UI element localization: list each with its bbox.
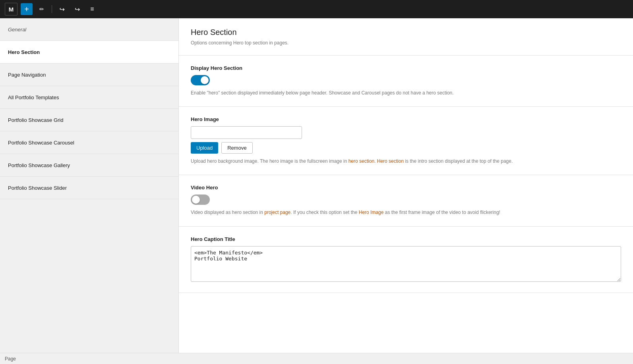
remove-button[interactable]: Remove — [221, 142, 252, 154]
sidebar-item-portfolio-showcase-carousel[interactable]: Portfolio Showcase Carousel — [0, 131, 178, 154]
sidebar-item-all-portfolio-templates[interactable]: All Portfolio Templates — [0, 86, 178, 109]
video-hero-field: Video Hero Video displayed as hero secti… — [179, 175, 633, 226]
display-hero-label: Display Hero Section — [191, 65, 621, 71]
app-layout: General Hero Section Page Navigation All… — [0, 18, 633, 353]
video-hero-toggle[interactable] — [191, 195, 210, 205]
section-header: Hero Section Options concerning Hero top… — [179, 18, 633, 56]
sidebar-item-general-label: General — [8, 27, 26, 33]
display-hero-toggle[interactable] — [191, 75, 210, 85]
sidebar-item-portfolio-showcase-grid[interactable]: Portfolio Showcase Grid — [0, 109, 178, 131]
video-hero-label: Video Hero — [191, 185, 621, 191]
sidebar-item-all-portfolio-templates-label: All Portfolio Templates — [8, 94, 59, 100]
sidebar-item-page-navigation[interactable]: Page Navigation — [0, 64, 178, 86]
display-hero-description: Enable "hero" section displayed immediat… — [191, 89, 621, 97]
hero-caption-label: Hero Caption Title — [191, 236, 621, 242]
video-hero-description: Video displayed as hero section in proje… — [191, 209, 621, 216]
menu-button[interactable]: ≡ — [86, 3, 98, 15]
hero-image-description: Upload hero background image. The hero i… — [191, 158, 621, 165]
hero-caption-field: Hero Caption Title <em>The Manifesto</em… — [179, 227, 633, 293]
upload-button[interactable]: Upload — [191, 142, 218, 154]
video-hero-slider — [191, 195, 210, 205]
edit-button[interactable]: ✏ — [36, 3, 48, 15]
sidebar-item-general[interactable]: General — [0, 18, 178, 41]
hero-image-btn-row: Upload Remove — [191, 142, 621, 154]
status-bar: Page — [0, 353, 633, 364]
sidebar-item-portfolio-showcase-slider-label: Portfolio Showcase Slider — [8, 185, 67, 191]
toggle-slider-on — [191, 75, 210, 85]
display-hero-field: Display Hero Section Enable "hero" secti… — [179, 56, 633, 107]
sidebar-item-hero-section-label: Hero Section — [8, 49, 40, 55]
sidebar-item-portfolio-showcase-gallery[interactable]: Portfolio Showcase Gallery — [0, 154, 178, 177]
redo-button[interactable]: ↪ — [71, 3, 83, 15]
sidebar-item-portfolio-showcase-gallery-label: Portfolio Showcase Gallery — [8, 162, 70, 168]
video-hero-knob — [192, 196, 200, 204]
page-title: Hero Section — [191, 28, 621, 37]
logo: M — [5, 3, 17, 15]
hero-image-field: Hero Image Upload Remove Upload hero bac… — [179, 107, 633, 175]
sidebar-item-hero-section[interactable]: Hero Section — [0, 41, 178, 64]
hero-caption-textarea[interactable]: <em>The Manifesto</em> Portfolio Website — [191, 246, 621, 282]
hero-image-label: Hero Image — [191, 116, 621, 122]
main-content: Hero Section Options concerning Hero top… — [179, 18, 633, 353]
status-label: Page — [5, 356, 16, 362]
hero-image-input[interactable] — [191, 126, 302, 139]
undo-button[interactable]: ↩ — [56, 3, 68, 15]
sidebar-item-portfolio-showcase-slider[interactable]: Portfolio Showcase Slider — [0, 177, 178, 199]
section-subtitle: Options concerning Hero top section in p… — [191, 40, 621, 46]
add-button[interactable]: + — [21, 3, 33, 15]
toggle-knob — [201, 76, 209, 84]
toolbar-divider — [52, 5, 52, 13]
sidebar-item-portfolio-showcase-carousel-label: Portfolio Showcase Carousel — [8, 140, 74, 146]
sidebar-item-portfolio-showcase-grid-label: Portfolio Showcase Grid — [8, 117, 63, 123]
sidebar-item-page-navigation-label: Page Navigation — [8, 72, 46, 78]
sidebar: General Hero Section Page Navigation All… — [0, 18, 179, 353]
toolbar: M + ✏ ↩ ↪ ≡ — [0, 0, 633, 18]
